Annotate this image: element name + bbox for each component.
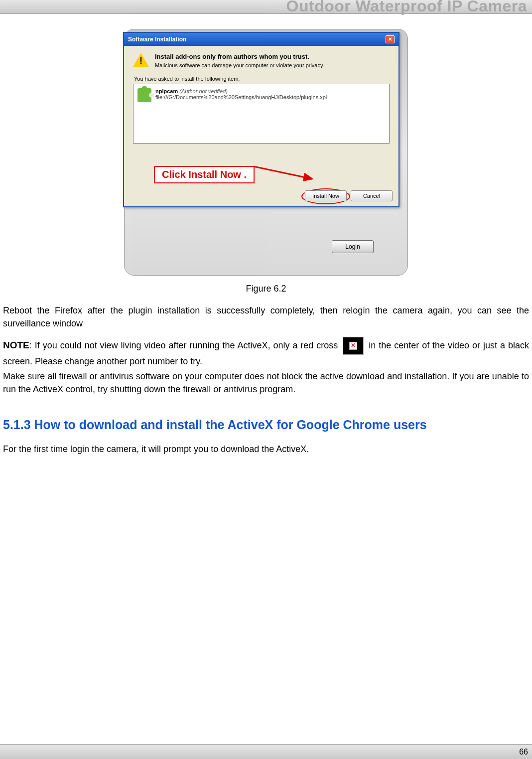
callout-arrow-icon: [254, 156, 323, 186]
red-cross-icon: [343, 337, 364, 355]
page-header-bar: Outdoor Waterproof IP Camera: [0, 0, 532, 14]
addon-name: npIpcam: [155, 88, 178, 94]
warning-icon: !: [133, 53, 149, 69]
reboot-paragraph: Reboot the Firefox after the plugin inst…: [3, 304, 529, 330]
addon-author: (Author not verified): [179, 88, 228, 94]
firewall-paragraph: Make sure all firewall or antivirus soft…: [3, 370, 529, 396]
login-button[interactable]: Login: [332, 240, 374, 253]
note-text-1: : If you could not view living video aft…: [29, 340, 338, 350]
addon-list-box: npIpcam (Author not verified) file:///G:…: [133, 84, 390, 144]
note-paragraph: NOTE: If you could not view living video…: [3, 337, 529, 368]
dialog-title-text: Software Installation: [128, 36, 186, 43]
camera-login-panel: Software Installation ✕ ! Install add-on…: [124, 29, 408, 276]
puzzle-piece-icon: [137, 88, 151, 102]
svg-line-1: [254, 166, 312, 179]
section-heading: 5.1.3 How to download and install the Ac…: [3, 418, 529, 432]
body-text: Reboot the Firefox after the plugin inst…: [0, 294, 532, 396]
software-installation-dialog: Software Installation ✕ ! Install add-on…: [123, 32, 399, 207]
chrome-paragraph: For the first time login the camera, it …: [0, 444, 532, 455]
trust-warning-text: Install add-ons only from authors whom y…: [155, 53, 324, 60]
cancel-button[interactable]: Cancel: [351, 190, 393, 201]
callout-label: Click Install Now .: [154, 166, 255, 183]
install-prompt-text: You have asked to install the following …: [134, 76, 390, 82]
page-footer-bar: 66: [0, 744, 532, 759]
install-now-button[interactable]: Install Now: [305, 190, 347, 201]
close-icon[interactable]: ✕: [386, 35, 395, 43]
figure-area: Software Installation ✕ ! Install add-on…: [0, 14, 532, 294]
figure-caption: Figure 6.2: [0, 284, 532, 294]
dialog-titlebar: Software Installation ✕: [124, 33, 399, 46]
page-number: 66: [519, 748, 528, 757]
document-title: Outdoor Waterproof IP Camera: [286, 0, 527, 15]
dialog-body: ! Install add-ons only from authors whom…: [124, 46, 399, 149]
malware-warning-text: Malicious software can damage your compu…: [155, 62, 324, 68]
note-label: NOTE: [3, 340, 29, 350]
addon-path: file:///G:/Documents%20and%20Settings/hu…: [155, 94, 327, 100]
